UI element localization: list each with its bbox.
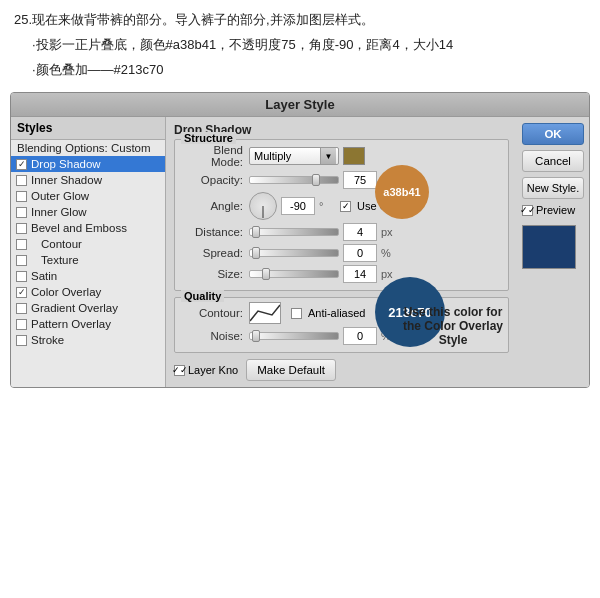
- use-global-checkbox[interactable]: [340, 201, 351, 212]
- size-row: Size: px: [181, 265, 502, 283]
- dialog-body: Styles Blending Options: Custom ✓ Drop S…: [11, 117, 589, 387]
- spread-label: Spread:: [181, 247, 249, 259]
- stroke-item[interactable]: Stroke: [11, 332, 165, 348]
- pattern-overlay-checkbox[interactable]: [16, 319, 27, 330]
- dialog-title: Layer Style: [11, 93, 589, 117]
- satin-checkbox[interactable]: [16, 271, 27, 282]
- contour-item[interactable]: Contour: [11, 236, 165, 252]
- preview-check-row: ✓ Preview: [522, 204, 584, 216]
- distance-slider[interactable]: [249, 228, 339, 236]
- blending-options-item[interactable]: Blending Options: Custom: [11, 140, 165, 156]
- noise-thumb[interactable]: [252, 330, 260, 342]
- noise-control: %: [249, 327, 395, 345]
- structure-box: Structure Blend Mode: Multiply ▼ Opacity…: [174, 139, 509, 291]
- texture-checkbox[interactable]: [16, 255, 27, 266]
- make-default-button[interactable]: Make Default: [246, 359, 336, 381]
- quality-label: Quality: [181, 290, 224, 302]
- bevel-emboss-checkbox[interactable]: [16, 223, 27, 234]
- angle-indicator: [263, 206, 264, 218]
- opacity-slider[interactable]: [249, 176, 339, 184]
- color-overlay-item[interactable]: ✓ Color Overlay: [11, 284, 165, 300]
- blend-mode-control: Multiply ▼: [249, 147, 365, 165]
- layer-knock-check: ✓ Layer Kno: [174, 364, 238, 376]
- angle-row: Angle: ° Use Global L: [181, 192, 502, 220]
- contour-control: Anti-aliased: [249, 302, 365, 324]
- drop-shadow-checkbox[interactable]: ✓: [16, 159, 27, 170]
- angle-unit: °: [319, 200, 333, 212]
- distance-label: Distance:: [181, 226, 249, 238]
- contour-checkbox[interactable]: [16, 239, 27, 250]
- distance-control: px: [249, 223, 395, 241]
- layer-knock-checkbox[interactable]: ✓: [174, 365, 185, 376]
- opacity-control: %: [249, 171, 395, 189]
- preview-label: Preview: [536, 204, 575, 216]
- texture-item[interactable]: Texture: [11, 252, 165, 268]
- size-input[interactable]: [343, 265, 377, 283]
- color-bubble-orange: a38b41: [375, 165, 429, 219]
- drop-shadow-item[interactable]: ✓ Drop Shadow: [11, 156, 165, 172]
- satin-item[interactable]: Satin: [11, 268, 165, 284]
- main-instruction: 25.现在来做背带裤的部分。导入裤子的部分,并添加图层样式。: [14, 10, 586, 31]
- gradient-overlay-checkbox[interactable]: [16, 303, 27, 314]
- outer-glow-item[interactable]: Outer Glow: [11, 188, 165, 204]
- bullet-2: ·颜色叠加——#213c70: [14, 60, 586, 81]
- opacity-input[interactable]: [343, 171, 377, 189]
- preview-checkbox[interactable]: ✓: [522, 205, 533, 216]
- size-unit: px: [381, 268, 395, 280]
- distance-thumb[interactable]: [252, 226, 260, 238]
- size-control: px: [249, 265, 395, 283]
- spread-control: %: [249, 244, 395, 262]
- distance-row: Distance: px: [181, 223, 502, 241]
- angle-wheel[interactable]: [249, 192, 277, 220]
- gradient-overlay-item[interactable]: Gradient Overlay: [11, 300, 165, 316]
- distance-unit: px: [381, 226, 395, 238]
- pattern-overlay-item[interactable]: Pattern Overlay: [11, 316, 165, 332]
- bevel-emboss-item[interactable]: Bevel and Emboss: [11, 220, 165, 236]
- blend-mode-arrow: ▼: [320, 148, 336, 164]
- stroke-checkbox[interactable]: [16, 335, 27, 346]
- outer-glow-checkbox[interactable]: [16, 191, 27, 202]
- structure-label: Structure: [181, 132, 236, 144]
- spread-row: Spread: %: [181, 244, 502, 262]
- bottom-buttons-row: ✓ Layer Kno Make Default: [174, 357, 509, 381]
- color-overlay-checkbox[interactable]: ✓: [16, 287, 27, 298]
- contour-form-label: Contour:: [181, 307, 249, 319]
- angle-input[interactable]: [281, 197, 315, 215]
- ok-button[interactable]: OK: [522, 123, 584, 145]
- blend-mode-select[interactable]: Multiply ▼: [249, 147, 339, 165]
- inner-glow-item[interactable]: Inner Glow: [11, 204, 165, 220]
- size-label: Size:: [181, 268, 249, 280]
- annotation-use-color: Use this color for the Color Overlay Sty…: [393, 305, 513, 347]
- layer-style-dialog: Layer Style Styles Blending Options: Cus…: [10, 92, 590, 388]
- opacity-label: Opacity:: [181, 174, 249, 186]
- anti-alias-checkbox[interactable]: [291, 308, 302, 319]
- inner-shadow-checkbox[interactable]: [16, 175, 27, 186]
- distance-input[interactable]: [343, 223, 377, 241]
- spread-input[interactable]: [343, 244, 377, 262]
- spread-thumb[interactable]: [252, 247, 260, 259]
- layer-knock-label: Layer Kno: [188, 364, 238, 376]
- main-content-area: Drop Shadow Structure Blend Mode: Multip…: [166, 117, 517, 387]
- blend-mode-color-swatch[interactable]: [343, 147, 365, 165]
- spread-unit: %: [381, 247, 395, 259]
- size-thumb[interactable]: [262, 268, 270, 280]
- styles-panel-header: Styles: [11, 117, 165, 140]
- bullet-1: ·投影一正片叠底，颜色#a38b41，不透明度75，角度-90，距离4，大小14: [14, 35, 586, 56]
- anti-alias-label: Anti-aliased: [308, 307, 365, 319]
- cancel-button[interactable]: Cancel: [522, 150, 584, 172]
- angle-label: Angle:: [181, 200, 249, 212]
- size-slider[interactable]: [249, 270, 339, 278]
- right-buttons-panel: OK Cancel New Style. ✓ Preview: [517, 117, 589, 387]
- noise-slider[interactable]: [249, 332, 339, 340]
- blend-mode-label: Blend Mode:: [181, 144, 249, 168]
- blend-mode-row: Blend Mode: Multiply ▼: [181, 144, 502, 168]
- inner-glow-checkbox[interactable]: [16, 207, 27, 218]
- spread-slider[interactable]: [249, 249, 339, 257]
- opacity-thumb[interactable]: [312, 174, 320, 186]
- noise-label: Noise:: [181, 330, 249, 342]
- new-style-button[interactable]: New Style.: [522, 177, 584, 199]
- inner-shadow-item[interactable]: Inner Shadow: [11, 172, 165, 188]
- opacity-row: Opacity: %: [181, 171, 502, 189]
- contour-thumbnail[interactable]: [249, 302, 281, 324]
- noise-input[interactable]: [343, 327, 377, 345]
